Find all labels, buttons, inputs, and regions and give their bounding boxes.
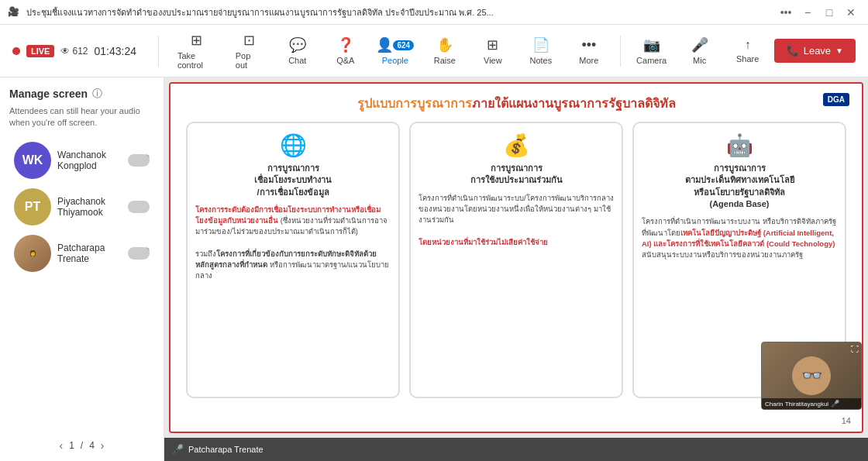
chat-label: Chat <box>288 56 306 65</box>
card-1-icon: 🌐 <box>280 132 307 158</box>
more-options-btn[interactable]: ••• <box>777 3 795 22</box>
app-icon: 🎥 <box>8 6 20 19</box>
avatar-wk: WK <box>14 142 51 179</box>
toolbar-mic[interactable]: 🎤 Mic <box>677 33 723 68</box>
leave-label: Leave <box>804 45 831 57</box>
slide-title-part1: รูปแบบการบูรณาการ <box>357 97 472 110</box>
toolbar-divider <box>158 36 159 67</box>
toolbar-divider2 <box>620 36 621 67</box>
take-control-label: Take control <box>177 51 215 70</box>
toolbar-items: ⊞ Take control ⊡ Pop out 💬 Chat ❓ Q&A 👤 … <box>168 29 771 73</box>
video-name-bar: Charin Thiratitayangkul 🎤 <box>762 398 861 409</box>
view-label: View <box>484 56 502 65</box>
record-dot <box>12 47 20 55</box>
window-title: ประชุมชี้แจงแนวทางการจัดทำดำของงบประมาณร… <box>26 5 777 19</box>
people-badge-container: 👤 624 <box>376 36 414 53</box>
video-thumbnail: 👓 ⛶ Charin Thiratitayangkul 🎤 <box>761 342 862 410</box>
view-icon: ⊞ <box>487 36 498 53</box>
leave-button[interactable]: 📞 Leave ▼ <box>774 39 856 63</box>
people-count-badge: 624 <box>393 40 414 50</box>
sidebar-header: Manage screen ⓘ <box>9 87 154 101</box>
more-label: More <box>579 56 598 65</box>
video-person-name: Charin Thiratitayangkul <box>765 401 828 408</box>
participant-item: PT Piyachanok Thiyamook <box>9 185 154 229</box>
card-3-icon: 🤖 <box>726 132 753 158</box>
live-badge: LIVE <box>26 45 54 57</box>
participant-name-wk: Wanchanok Kongplod <box>57 150 137 171</box>
prev-page-arrow[interactable]: ‹ <box>59 439 63 452</box>
toolbar-more[interactable]: ••• More <box>566 34 612 68</box>
close-btn[interactable]: ✕ <box>842 3 860 22</box>
card-1-body: โครงการระดับต้องมีการเชื่อมโยงระบบการทำง… <box>195 205 391 282</box>
toggle-pt[interactable] <box>128 201 150 213</box>
slide-content: รูปแบบการบูรณาการภายใต้แผนงานบูรณาการรัฐ… <box>170 84 862 432</box>
toggle-wk[interactable] <box>128 154 150 167</box>
card-1: 🌐 การบูรณาการเชื่อมโยงระบบทำงาน/การเชื่อ… <box>186 122 400 398</box>
toolbar-raise[interactable]: ✋ Raise <box>422 33 468 68</box>
page-separator: / <box>81 440 83 451</box>
sidebar: Manage screen ⓘ Attendees can still hear… <box>0 77 164 461</box>
toolbar-live-section: LIVE 👁 612 01:43:24 <box>12 45 136 57</box>
video-expand-icon[interactable]: ⛶ <box>851 345 859 353</box>
minimize-btn[interactable]: − <box>798 3 817 22</box>
more-icon: ••• <box>581 37 596 53</box>
card-2: 💰 การบูรณาการการใช้งบประมาณร่วมกัน โครงก… <box>409 122 623 398</box>
toolbar-share[interactable]: ↑ Share <box>725 35 771 67</box>
camera-icon: 📷 <box>643 36 660 53</box>
pop-out-icon: ⊡ <box>243 32 255 49</box>
sidebar-description: Attendees can still hear your audio when… <box>9 105 154 129</box>
eye-icon: 👁 <box>60 46 70 57</box>
toolbar-camera[interactable]: 📷 Camera <box>629 33 675 68</box>
qa-icon: ❓ <box>337 36 354 53</box>
page-total: 4 <box>89 440 95 451</box>
mic-icon: 🎤 <box>691 36 708 53</box>
card-2-title: การบูรณาการการใช้งบประมาณร่วมกัน <box>470 163 563 187</box>
people-label: People <box>382 56 408 65</box>
slide-title: รูปแบบการบูรณาการภายใต้แผนงานบูรณาการรัฐ… <box>186 96 846 112</box>
cards-container: 🌐 การบูรณาการเชื่อมโยงระบบทำงาน/การเชื่อ… <box>186 122 846 398</box>
info-icon[interactable]: ⓘ <box>92 87 102 101</box>
page-current: 1 <box>69 440 74 451</box>
toggle-pat[interactable] <box>128 247 150 260</box>
participant-list: WK Wanchanok Kongplod 🎤 PT Piyachanok Th… <box>9 139 154 433</box>
video-mic-icon: 🎤 <box>831 400 839 408</box>
sidebar-pagination: ‹ 1 / 4 › <box>9 439 154 452</box>
card-2-body: โครงการที่ดำเนินการพัฒนาระบบ/โครงการพัฒน… <box>418 193 614 248</box>
main-area: Manage screen ⓘ Attendees can still hear… <box>0 77 868 461</box>
content-area: รูปแบบการบูรณาการภายใต้แผนงานบูรณาการรัฐ… <box>164 77 868 461</box>
maximize-btn[interactable]: □ <box>820 3 839 22</box>
toolbar-pop-out[interactable]: ⊡ Pop out <box>226 29 273 73</box>
people-icon: 👤 <box>376 36 393 53</box>
video-avatar: 👓 <box>792 356 831 395</box>
window-controls: ••• − □ ✕ <box>777 3 860 22</box>
toolbar: LIVE 👁 612 01:43:24 ⊞ Take control ⊡ Pop… <box>0 25 868 77</box>
toolbar-qa[interactable]: ❓ Q&A <box>322 33 369 68</box>
toolbar-people[interactable]: 👤 624 People <box>370 33 420 68</box>
card-1-title: การบูรณาการเชื่อมโยงระบบทำงาน/การเชื่อมโ… <box>254 163 332 198</box>
timer: 01:43:24 <box>94 45 136 57</box>
camera-label: Camera <box>636 56 666 65</box>
presentation-area: รูปแบบการบูรณาการภายใต้แผนงานบูรณาการรัฐ… <box>164 77 868 438</box>
notes-icon: 📄 <box>532 36 549 53</box>
share-icon: ↑ <box>745 38 751 52</box>
slide-number: 14 <box>842 416 851 425</box>
slide-frame: รูปแบบการบูรณาการภายใต้แผนงานบูรณาการรัฐ… <box>169 82 863 433</box>
title-bar: 🎥 ประชุมชี้แจงแนวทางการจัดทำดำของงบประมา… <box>0 0 868 25</box>
toolbar-take-control[interactable]: ⊞ Take control <box>168 29 225 73</box>
next-page-arrow[interactable]: › <box>101 439 105 452</box>
toolbar-notes[interactable]: 📄 Notes <box>518 33 564 68</box>
toolbar-chat[interactable]: 💬 Chat <box>274 33 321 68</box>
chat-icon: 💬 <box>289 36 306 53</box>
card-3-body: โครงการที่ดำเนินการพัฒนาระบบงาน หรือบริก… <box>642 216 837 260</box>
avatar-pt: PT <box>14 188 51 225</box>
participant-name-pat: Patcharapa Trenate <box>57 243 137 264</box>
chevron-icon: ▼ <box>835 46 843 55</box>
slide-logo: DGA <box>823 93 849 106</box>
card-3-title: การบูรณาการตามประเด็นทิศทางเทคโนโลยีหรือ… <box>685 163 794 211</box>
toolbar-view[interactable]: ⊞ View <box>470 33 516 68</box>
qa-label: Q&A <box>336 56 354 65</box>
view-count: 👁 612 <box>60 46 88 57</box>
raise-icon: ✋ <box>436 36 453 53</box>
content-bottom-bar: 🎤 Patcharapa Trenate <box>164 438 868 461</box>
sidebar-title: Manage screen <box>9 88 88 100</box>
